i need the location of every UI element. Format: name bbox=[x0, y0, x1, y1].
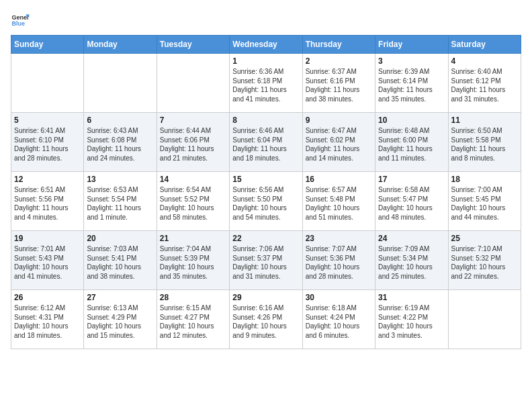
day-info: Sunrise: 6:58 AM Sunset: 5:47 PM Dayligh… bbox=[378, 185, 445, 222]
day-number: 13 bbox=[87, 175, 153, 184]
calendar-cell: 7Sunrise: 6:44 AM Sunset: 6:06 PM Daylig… bbox=[157, 113, 229, 172]
calendar-cell: 23Sunrise: 7:07 AM Sunset: 5:36 PM Dayli… bbox=[302, 231, 375, 290]
calendar-week-row: 26Sunrise: 6:12 AM Sunset: 4:31 PM Dayli… bbox=[11, 290, 521, 349]
calendar-cell: 21Sunrise: 7:04 AM Sunset: 5:39 PM Dayli… bbox=[157, 231, 229, 290]
day-info: Sunrise: 7:01 AM Sunset: 5:43 PM Dayligh… bbox=[14, 244, 81, 281]
calendar-cell: 4Sunrise: 6:40 AM Sunset: 6:12 PM Daylig… bbox=[448, 54, 521, 113]
logo: General Blue bbox=[11, 11, 30, 30]
day-info: Sunrise: 6:19 AM Sunset: 4:22 PM Dayligh… bbox=[378, 304, 445, 340]
calendar-cell bbox=[84, 54, 157, 113]
day-info: Sunrise: 6:53 AM Sunset: 5:54 PM Dayligh… bbox=[87, 185, 153, 222]
day-header-friday: Friday bbox=[375, 36, 448, 54]
calendar-cell: 18Sunrise: 7:00 AM Sunset: 5:45 PM Dayli… bbox=[448, 172, 521, 231]
calendar-week-row: 19Sunrise: 7:01 AM Sunset: 5:43 PM Dayli… bbox=[11, 231, 521, 290]
day-number: 28 bbox=[160, 293, 226, 302]
calendar-cell: 5Sunrise: 6:41 AM Sunset: 6:10 PM Daylig… bbox=[11, 113, 84, 172]
day-info: Sunrise: 7:04 AM Sunset: 5:39 PM Dayligh… bbox=[160, 244, 226, 281]
day-number: 30 bbox=[306, 293, 372, 302]
page-header: General Blue bbox=[11, 11, 521, 30]
calendar-cell: 9Sunrise: 6:47 AM Sunset: 6:02 PM Daylig… bbox=[302, 113, 375, 172]
day-number: 25 bbox=[451, 234, 518, 243]
day-number: 12 bbox=[14, 175, 81, 184]
day-number: 20 bbox=[87, 234, 153, 243]
day-number: 26 bbox=[14, 293, 81, 302]
day-info: Sunrise: 6:56 AM Sunset: 5:50 PM Dayligh… bbox=[232, 185, 299, 222]
day-number: 17 bbox=[378, 175, 445, 184]
calendar-cell: 28Sunrise: 6:15 AM Sunset: 4:27 PM Dayli… bbox=[157, 290, 229, 349]
calendar-header-row: SundayMondayTuesdayWednesdayThursdayFrid… bbox=[11, 36, 521, 54]
day-info: Sunrise: 6:39 AM Sunset: 6:14 PM Dayligh… bbox=[378, 67, 445, 103]
day-info: Sunrise: 6:37 AM Sunset: 6:16 PM Dayligh… bbox=[306, 67, 372, 103]
calendar-cell: 12Sunrise: 6:51 AM Sunset: 5:56 PM Dayli… bbox=[11, 172, 84, 231]
day-info: Sunrise: 7:09 AM Sunset: 5:34 PM Dayligh… bbox=[378, 244, 445, 281]
calendar-cell: 11Sunrise: 6:50 AM Sunset: 5:58 PM Dayli… bbox=[448, 113, 521, 172]
day-info: Sunrise: 6:16 AM Sunset: 4:26 PM Dayligh… bbox=[232, 304, 299, 340]
day-info: Sunrise: 6:54 AM Sunset: 5:52 PM Dayligh… bbox=[160, 185, 226, 222]
day-number: 5 bbox=[14, 116, 81, 125]
calendar-cell: 20Sunrise: 7:03 AM Sunset: 5:41 PM Dayli… bbox=[84, 231, 157, 290]
calendar-cell bbox=[157, 54, 229, 113]
day-info: Sunrise: 6:15 AM Sunset: 4:27 PM Dayligh… bbox=[160, 304, 226, 340]
day-number: 11 bbox=[451, 116, 518, 125]
svg-text:Blue: Blue bbox=[11, 20, 25, 27]
calendar-cell: 17Sunrise: 6:58 AM Sunset: 5:47 PM Dayli… bbox=[375, 172, 448, 231]
day-number: 31 bbox=[378, 293, 445, 302]
day-number: 1 bbox=[232, 56, 299, 66]
day-info: Sunrise: 7:07 AM Sunset: 5:36 PM Dayligh… bbox=[306, 244, 372, 281]
day-info: Sunrise: 6:43 AM Sunset: 6:08 PM Dayligh… bbox=[87, 126, 153, 163]
day-info: Sunrise: 7:00 AM Sunset: 5:45 PM Dayligh… bbox=[451, 185, 518, 222]
day-number: 2 bbox=[306, 56, 372, 66]
day-number: 27 bbox=[87, 293, 153, 302]
day-number: 8 bbox=[232, 116, 299, 125]
calendar-cell: 24Sunrise: 7:09 AM Sunset: 5:34 PM Dayli… bbox=[375, 231, 448, 290]
calendar-table: SundayMondayTuesdayWednesdayThursdayFrid… bbox=[11, 35, 521, 349]
day-info: Sunrise: 7:06 AM Sunset: 5:37 PM Dayligh… bbox=[232, 244, 299, 281]
calendar-cell bbox=[448, 290, 521, 349]
logo-icon: General Blue bbox=[11, 11, 30, 30]
calendar-cell: 13Sunrise: 6:53 AM Sunset: 5:54 PM Dayli… bbox=[84, 172, 157, 231]
day-number: 23 bbox=[306, 234, 372, 243]
day-info: Sunrise: 6:51 AM Sunset: 5:56 PM Dayligh… bbox=[14, 185, 81, 222]
calendar-cell: 8Sunrise: 6:46 AM Sunset: 6:04 PM Daylig… bbox=[230, 113, 302, 172]
calendar-cell: 2Sunrise: 6:37 AM Sunset: 6:16 PM Daylig… bbox=[302, 54, 375, 113]
day-number: 18 bbox=[451, 175, 518, 184]
calendar-cell: 19Sunrise: 7:01 AM Sunset: 5:43 PM Dayli… bbox=[11, 231, 84, 290]
calendar-cell: 16Sunrise: 6:57 AM Sunset: 5:48 PM Dayli… bbox=[302, 172, 375, 231]
day-info: Sunrise: 6:36 AM Sunset: 6:18 PM Dayligh… bbox=[232, 67, 299, 103]
calendar-cell: 27Sunrise: 6:13 AM Sunset: 4:29 PM Dayli… bbox=[84, 290, 157, 349]
calendar-week-row: 12Sunrise: 6:51 AM Sunset: 5:56 PM Dayli… bbox=[11, 172, 521, 231]
day-info: Sunrise: 6:57 AM Sunset: 5:48 PM Dayligh… bbox=[306, 185, 372, 222]
day-header-monday: Monday bbox=[84, 36, 157, 54]
day-info: Sunrise: 6:18 AM Sunset: 4:24 PM Dayligh… bbox=[306, 304, 372, 340]
day-number: 7 bbox=[160, 116, 226, 125]
calendar-cell: 30Sunrise: 6:18 AM Sunset: 4:24 PM Dayli… bbox=[302, 290, 375, 349]
calendar-cell: 26Sunrise: 6:12 AM Sunset: 4:31 PM Dayli… bbox=[11, 290, 84, 349]
day-number: 29 bbox=[232, 293, 299, 302]
day-info: Sunrise: 6:48 AM Sunset: 6:00 PM Dayligh… bbox=[378, 126, 445, 163]
calendar-cell: 15Sunrise: 6:56 AM Sunset: 5:50 PM Dayli… bbox=[230, 172, 302, 231]
day-info: Sunrise: 6:12 AM Sunset: 4:31 PM Dayligh… bbox=[14, 304, 81, 340]
day-number: 16 bbox=[306, 175, 372, 184]
day-number: 9 bbox=[306, 116, 372, 125]
day-header-wednesday: Wednesday bbox=[230, 36, 302, 54]
day-info: Sunrise: 6:40 AM Sunset: 6:12 PM Dayligh… bbox=[451, 67, 518, 103]
day-header-saturday: Saturday bbox=[448, 36, 521, 54]
day-number: 14 bbox=[160, 175, 226, 184]
day-number: 22 bbox=[232, 234, 299, 243]
day-info: Sunrise: 6:41 AM Sunset: 6:10 PM Dayligh… bbox=[14, 126, 81, 163]
calendar-cell: 3Sunrise: 6:39 AM Sunset: 6:14 PM Daylig… bbox=[375, 54, 448, 113]
day-number: 19 bbox=[14, 234, 81, 243]
day-number: 3 bbox=[378, 56, 445, 66]
calendar-cell: 1Sunrise: 6:36 AM Sunset: 6:18 PM Daylig… bbox=[230, 54, 302, 113]
calendar-cell: 22Sunrise: 7:06 AM Sunset: 5:37 PM Dayli… bbox=[230, 231, 302, 290]
day-info: Sunrise: 6:47 AM Sunset: 6:02 PM Dayligh… bbox=[306, 126, 372, 163]
day-number: 21 bbox=[160, 234, 226, 243]
calendar-cell: 10Sunrise: 6:48 AM Sunset: 6:00 PM Dayli… bbox=[375, 113, 448, 172]
day-header-sunday: Sunday bbox=[11, 36, 84, 54]
day-number: 24 bbox=[378, 234, 445, 243]
calendar-week-row: 1Sunrise: 6:36 AM Sunset: 6:18 PM Daylig… bbox=[11, 54, 521, 113]
calendar-cell bbox=[11, 54, 84, 113]
day-info: Sunrise: 6:46 AM Sunset: 6:04 PM Dayligh… bbox=[232, 126, 299, 163]
day-header-tuesday: Tuesday bbox=[157, 36, 229, 54]
day-number: 4 bbox=[451, 56, 518, 66]
